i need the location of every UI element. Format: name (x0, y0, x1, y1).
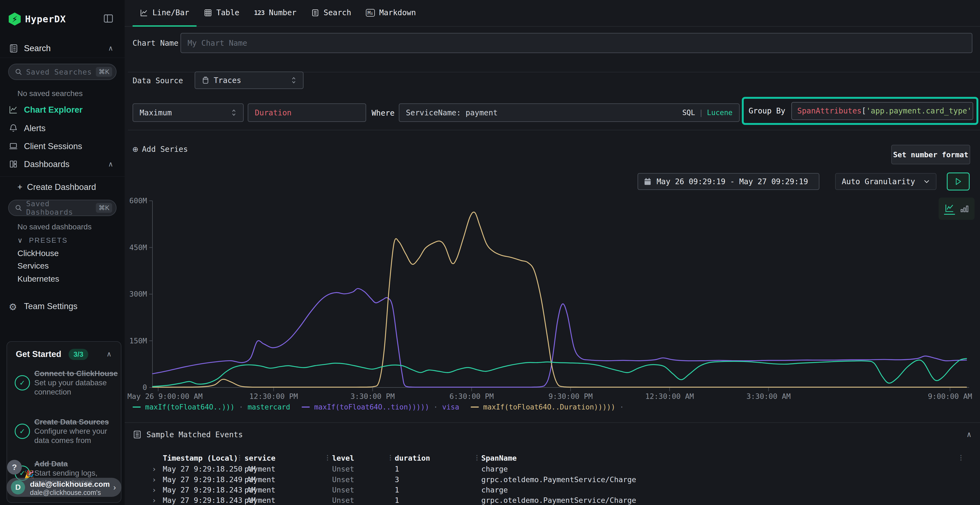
preset-kubernetes[interactable]: Kubernetes (18, 274, 59, 284)
legend-swatch (302, 407, 310, 408)
legend-separator: · (620, 403, 624, 411)
get-started-progress-badge: 3/3 (68, 349, 88, 360)
sidebar-item-client-sessions[interactable]: Client Sessions (0, 139, 125, 154)
table-grid-icon (204, 9, 212, 17)
bell-icon (9, 124, 18, 133)
column-separator-icon[interactable]: ⋮ (387, 454, 394, 462)
get-started-title: Get Started (16, 349, 61, 359)
group-by-input[interactable]: SpanAttributes['app.payment.card_type'] (791, 102, 973, 120)
main-content: Line/Bar Table 123Number Search M↓Markdo… (125, 0, 980, 505)
hyperdx-logo-icon: ⚡ (9, 13, 21, 25)
table-row[interactable]: › May 27 9:29:18.243 AM payment Unset 1 … (125, 484, 980, 495)
lucene-mode-button[interactable]: Lucene (707, 108, 733, 117)
list-icon (132, 430, 142, 439)
column-separator-icon[interactable]: ⋮ (324, 454, 331, 462)
where-label: Where (372, 108, 395, 118)
dashboard-grid-icon (9, 159, 18, 169)
sidebar-item-team-settings[interactable]: ⚙ Team Settings (0, 299, 125, 314)
tab-table[interactable]: Table (197, 0, 247, 27)
number-123-icon: 123 (254, 9, 265, 16)
data-source-select[interactable]: Traces (195, 71, 304, 89)
chevron-up-icon: ∧ (108, 44, 113, 52)
table-row[interactable]: › May 27 9:29:18.249 AM payment Unset 3 … (125, 474, 980, 485)
chevron-up-icon[interactable]: ∧ (107, 350, 111, 358)
table-row[interactable]: › May 27 9:29:18.243 AM payment Unset 1 … (125, 495, 980, 505)
tab-search[interactable]: Search (304, 0, 358, 27)
legend-formula[interactable]: maxIf(toFloat64O..Duration))))) (483, 403, 615, 411)
column-separator-icon[interactable]: ⋮ (236, 454, 243, 462)
chevron-down-icon: ∨ (18, 236, 24, 245)
preset-clickhouse[interactable]: ClickHouse (18, 249, 59, 258)
expand-row-icon[interactable]: › (152, 496, 156, 505)
add-series-button[interactable]: ⊕ Add Series (132, 143, 188, 155)
legend-formula[interactable]: maxIf(toFloat64O..))) (145, 403, 235, 411)
tab-line-bar[interactable]: Line/Bar (132, 0, 197, 27)
journal-icon (9, 43, 19, 53)
where-query-input[interactable]: ServiceName: payment SQL | Lucene (399, 103, 740, 122)
markdown-icon: M↓ (366, 9, 375, 17)
database-icon (202, 76, 209, 84)
timeseries-chart[interactable] (277, 201, 980, 387)
aggregation-select[interactable]: Maximum (132, 103, 243, 122)
expand-row-icon[interactable]: › (152, 475, 156, 484)
tab-markdown[interactable]: M↓Markdown (358, 0, 423, 27)
sidebar-item-chart-explorer[interactable]: Chart Explorer (0, 103, 125, 118)
expand-row-icon[interactable]: › (152, 465, 156, 473)
data-source-label: Data Source (132, 76, 183, 85)
legend-group-name[interactable]: visa (442, 403, 459, 411)
help-button[interactable]: ? (7, 460, 22, 475)
gear-icon: ⚙ (9, 302, 18, 311)
chart-name-input[interactable]: My Chart Name (180, 33, 972, 53)
chart-line-icon (9, 105, 18, 114)
user-menu[interactable]: D dale@clickhouse.com dale@clickhouse.co… (6, 478, 121, 497)
legend-group-name[interactable]: mastercard (247, 403, 290, 411)
collapse-sidebar-icon[interactable] (103, 13, 114, 24)
create-dashboard-button[interactable]: + Create Dashboard (0, 180, 125, 195)
view-tabbar: Line/Bar Table 123Number Search M↓Markdo… (125, 0, 980, 27)
sidebar-item-dashboards[interactable]: Dashboards ∧ (0, 157, 125, 173)
brand-row: ⚡ HyperDX (0, 0, 125, 35)
granularity-select[interactable]: Auto Granularity (835, 173, 937, 190)
check-circle-icon: ✓ (15, 375, 30, 391)
sidebar: ⚡ HyperDX Search ∧ Saved Searches ⌘K No … (0, 0, 125, 505)
sql-mode-button[interactable]: SQL (682, 108, 695, 117)
plus-icon: + (18, 182, 22, 192)
set-number-format-button[interactable]: Set number format (891, 145, 970, 164)
legend-formula[interactable]: maxIf(toFloat64O..tion))))) (314, 403, 429, 411)
saved-searches-input[interactable]: Saved Searches ⌘K (8, 64, 116, 80)
shortcut-badge: ⌘K (96, 67, 112, 77)
preset-services[interactable]: Services (18, 261, 49, 270)
chevron-down-icon (923, 179, 930, 184)
divider (128, 130, 980, 130)
group-by-highlight: Group By SpanAttributes['app.payment.car… (742, 97, 978, 125)
chevron-right-icon: › (113, 483, 116, 492)
calendar-icon (644, 178, 652, 186)
play-icon (955, 178, 962, 186)
list-icon (311, 9, 319, 17)
field-input[interactable]: Duration (248, 103, 366, 122)
sidebar-section-search[interactable]: Search ∧ (0, 43, 125, 60)
check-circle-icon: ✓ (15, 424, 30, 439)
saved-dashboards-input[interactable]: Saved Dashboards ⌘K (8, 200, 116, 216)
presets-toggle[interactable]: ∨ PRESETS (18, 236, 68, 245)
get-started-item[interactable]: ✓ Connect to ClickHouseSet up your datab… (15, 369, 118, 397)
chart-legend[interactable]: maxIf(toFloat64O..)))·mastercardmaxIf(to… (132, 401, 631, 413)
column-separator-icon[interactable]: ⋮ (474, 454, 480, 462)
events-table-header: Timestamp (Local) ⋮ service ⋮ level ⋮ du… (125, 453, 980, 464)
run-query-button[interactable] (947, 173, 970, 191)
brand-name: HyperDX (25, 14, 66, 24)
no-saved-searches: No saved searches (18, 89, 83, 98)
legend-swatch (471, 407, 479, 408)
collapse-panel-icon[interactable]: ∧ (967, 430, 971, 439)
get-started-item[interactable]: ✓ Create Data SourcesConfigure where you… (15, 418, 118, 445)
tab-number[interactable]: 123Number (247, 0, 304, 27)
table-options-icon[interactable]: ⋮ (958, 454, 964, 462)
events-panel-title: Sample Matched Events (146, 430, 243, 439)
sidebar-item-alerts[interactable]: Alerts (0, 121, 125, 137)
legend-swatch (132, 407, 141, 408)
no-saved-dashboards: No saved dashboards (18, 222, 91, 231)
date-range-picker[interactable]: May 26 09:29:19 - May 27 09:29:19 (638, 173, 819, 190)
table-row[interactable]: › May 27 9:29:18.250 AM payment Unset 1 … (125, 464, 980, 474)
expand-row-icon[interactable]: › (152, 486, 156, 494)
chart-name-label: Chart Name (132, 39, 178, 48)
